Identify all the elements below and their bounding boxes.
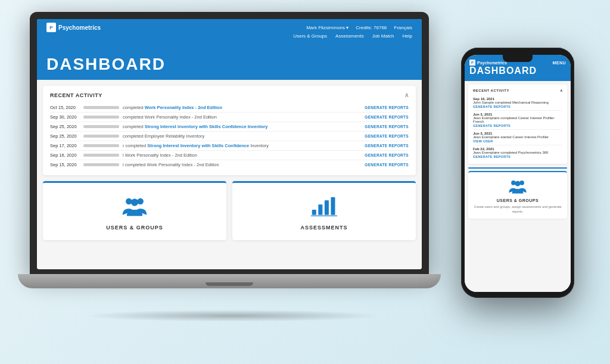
phone-logo-icon: P <box>469 60 475 66</box>
user-bar <box>83 163 119 166</box>
page-title: DASHBOARD <box>46 55 412 74</box>
table-row: Sep 17, 2020 r completed Strong Interest… <box>50 141 409 151</box>
app-logo: P Psychometrics <box>46 23 101 32</box>
phone-logo-text: Psychometrics <box>477 61 507 65</box>
generate-reports-link[interactable]: GENERATE REPORTS <box>365 163 409 167</box>
credits-display: Credits: 76768 <box>356 25 387 30</box>
users-groups-icon <box>122 195 148 219</box>
user-bar <box>83 154 119 157</box>
phone-divider <box>468 167 567 169</box>
generate-reports-link[interactable]: GENERATE REPORTS <box>365 105 409 110</box>
svg-rect-4 <box>318 204 322 215</box>
phone-page-title: DASHBOARD <box>469 66 566 76</box>
phone-users-groups-label: USERS & GROUPS <box>497 198 539 203</box>
svg-point-10 <box>515 181 521 186</box>
ra-collapse-icon[interactable]: ∧ <box>404 92 409 98</box>
phone-content: RECENT ACTIVITY ∧ Sep 16, 2021 John Samp… <box>465 81 571 292</box>
list-item: Feb 22, 2021 Jean Exemplaire completed P… <box>473 145 562 160</box>
user-bar <box>83 106 119 109</box>
phone-menu-button[interactable]: MENU <box>552 61 566 65</box>
table-row: Sep 16, 2020 l Work Personality Index - … <box>50 151 409 160</box>
laptop-shadow <box>83 310 381 322</box>
page-title-area: DASHBOARD <box>37 55 422 80</box>
phone-view-user-link[interactable]: VIEW USER <box>473 139 493 143</box>
phone-generate-link[interactable]: GENERATE REPORTS <box>473 155 511 158</box>
generate-reports-link[interactable]: GENERATE REPORTS <box>365 153 409 157</box>
phone-ra-card: RECENT ACTIVITY ∧ Sep 16, 2021 John Samp… <box>468 85 567 164</box>
phone-users-groups-card[interactable]: USERS & GROUPS Create users and groups, … <box>468 171 567 219</box>
nav-help[interactable]: Help <box>403 33 412 39</box>
phone-ra-title: RECENT ACTIVITY <box>473 89 509 92</box>
table-row: Sep 25, 2020 completed Strong Interest I… <box>50 122 409 132</box>
phone-generate-link[interactable]: GENERATE REPORTS <box>473 105 511 108</box>
generate-reports-link[interactable]: GENERATE REPORTS <box>365 115 409 119</box>
generate-reports-link[interactable]: GENERATE REPORTS <box>365 134 409 138</box>
app-nav-right: Mark Fitzsimmons ▾ Credits: 76768 França… <box>306 25 412 30</box>
users-groups-label: USERS & GROUPS <box>106 225 163 231</box>
language-switch[interactable]: Français <box>394 25 412 30</box>
laptop-base <box>18 274 441 288</box>
app-header: P Psychometrics Mark Fitzsimmons ▾ Credi… <box>37 19 422 55</box>
laptop-device: P Psychometrics Mark Fitzsimmons ▾ Credi… <box>30 12 435 322</box>
svg-point-8 <box>511 181 516 185</box>
laptop-bezel: P Psychometrics Mark Fitzsimmons ▾ Credi… <box>30 12 429 274</box>
recent-activity-card: RECENT ACTIVITY ∧ Oct 15, 2020 completed… <box>43 86 416 175</box>
svg-point-2 <box>131 199 138 206</box>
nav-assessments[interactable]: Assessments <box>335 33 364 39</box>
table-row: Sep 15, 2020 l completed Work Personalit… <box>50 160 409 169</box>
phone-ra-collapse[interactable]: ∧ <box>560 88 563 92</box>
generate-reports-link[interactable]: GENERATE REPORTS <box>365 144 409 148</box>
users-groups-card[interactable]: USERS & GROUPS <box>43 181 226 240</box>
phone-device: P Psychometrics MENU DASHBOARD RECENT AC… <box>461 48 574 298</box>
nav-users-groups[interactable]: Users & Groups <box>293 33 327 39</box>
list-item: Jun 3, 2021 Jean Exemplaire started Care… <box>473 130 562 145</box>
phone-bezel: P Psychometrics MENU DASHBOARD RECENT AC… <box>461 48 574 298</box>
assessments-icon <box>311 195 337 219</box>
laptop-screen: P Psychometrics Mark Fitzsimmons ▾ Credi… <box>37 19 422 269</box>
phone-ra-header: RECENT ACTIVITY ∧ <box>473 88 562 92</box>
table-row: Sep 30, 2020 completed Work Personality … <box>50 113 409 122</box>
svg-point-0 <box>126 198 132 205</box>
phone-users-groups-desc: Create users and groups, assign assessme… <box>473 205 562 214</box>
svg-point-9 <box>519 181 524 185</box>
svg-rect-6 <box>331 197 335 215</box>
list-item: Jun 3, 2021 Jean Exemplaire completed Ca… <box>473 111 562 130</box>
phone-users-icon <box>508 178 527 196</box>
svg-rect-7 <box>311 216 337 216</box>
svg-rect-3 <box>312 210 316 215</box>
list-item: Sep 16, 2021 John Sample completed Mecha… <box>473 95 562 111</box>
user-bar <box>83 144 119 147</box>
bottom-cards: USERS & GROUPS ASSESSMENT <box>43 181 416 240</box>
app-content: RECENT ACTIVITY ∧ Oct 15, 2020 completed… <box>37 80 422 269</box>
ra-title: RECENT ACTIVITY <box>50 92 102 98</box>
assessments-card[interactable]: ASSESSMENTS <box>232 181 416 240</box>
user-bar <box>83 116 119 119</box>
phone-logo: P Psychometrics <box>469 60 507 66</box>
logo-text: Psychometrics <box>58 24 101 31</box>
generate-reports-link[interactable]: GENERATE REPORTS <box>365 125 409 129</box>
table-row: Oct 15, 2020 completed Work Personality … <box>50 103 409 113</box>
svg-rect-5 <box>325 200 329 215</box>
user-menu[interactable]: Mark Fitzsimmons ▾ <box>306 25 348 30</box>
assessments-label: ASSESSMENTS <box>300 225 347 231</box>
ra-header: RECENT ACTIVITY ∧ <box>50 92 409 98</box>
phone-generate-link[interactable]: GENERATE REPORTS <box>473 124 511 127</box>
user-bar <box>83 125 119 128</box>
phone-notch <box>503 55 533 62</box>
user-bar <box>83 135 119 138</box>
nav-job-match[interactable]: Job Match <box>372 33 394 39</box>
logo-icon: P <box>46 23 56 32</box>
svg-point-1 <box>137 198 144 205</box>
table-row: Sep 25, 2020 completed Employee Reliabil… <box>50 132 409 141</box>
app-nav-bottom: Users & Groups Assessments Job Match Hel… <box>46 33 412 41</box>
phone-screen: P Psychometrics MENU DASHBOARD RECENT AC… <box>465 55 571 292</box>
